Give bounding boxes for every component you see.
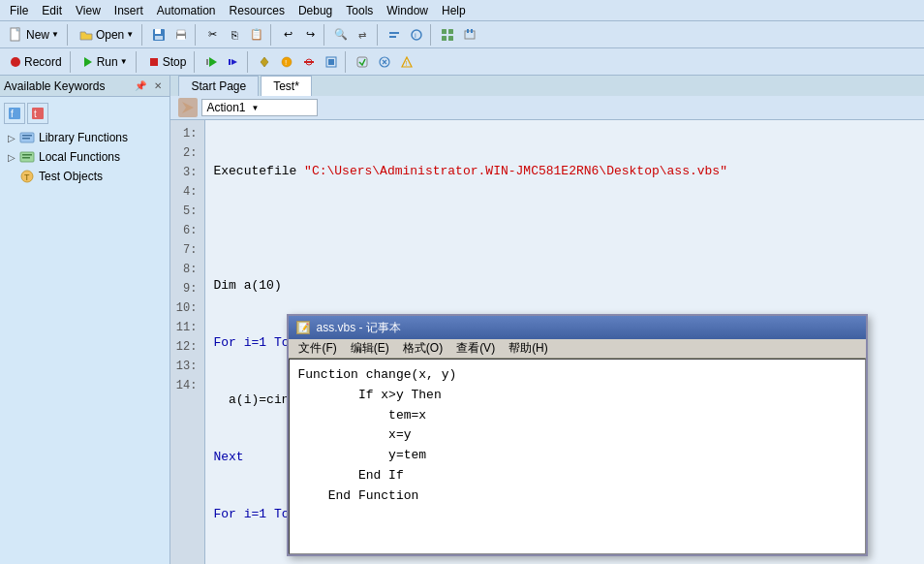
print-button[interactable] [170, 24, 192, 46]
main-area: Available Keywords 📌 ✕ f t ▷ [0, 76, 924, 564]
svg-rect-13 [442, 29, 447, 34]
notepad-line-5: y=tem [297, 448, 426, 462]
menu-resources[interactable]: Resources [224, 2, 291, 19]
menu-debug[interactable]: Debug [293, 2, 338, 19]
svg-rect-43 [22, 138, 30, 140]
svg-rect-3 [155, 29, 161, 34]
svg-text:i: i [415, 31, 416, 40]
line-num-14: 14: [174, 376, 200, 395]
notepad-menu-file[interactable]: 文件(F) [293, 339, 342, 358]
tree-item-local-functions[interactable]: ▷ Local Functions [4, 147, 166, 167]
tab-test[interactable]: Test* [261, 76, 312, 96]
misc-btn6[interactable] [374, 51, 395, 73]
action-dropdown-label: Action1 [206, 101, 245, 114]
tree-icon-btn1[interactable]: f [4, 103, 25, 124]
find-button[interactable]: 🔍 [330, 24, 352, 46]
line-num-7: 7: [174, 240, 200, 260]
action-icon [178, 98, 198, 117]
notepad-window: 📝 ass.vbs - 记事本 文件(F) 编辑(E) 格式(O) 查看(V) … [287, 314, 868, 556]
tree-icon-btn2[interactable]: t [27, 103, 48, 124]
menu-insert[interactable]: Insert [108, 2, 149, 19]
test-objects-icon: T [19, 169, 35, 184]
notepad-menu-help[interactable]: 帮助(H) [503, 339, 554, 358]
menubar: File Edit View Insert Automation Resourc… [0, 0, 924, 21]
line-num-5: 5: [174, 202, 200, 221]
svg-rect-18 [467, 29, 469, 33]
record-button[interactable]: Record [4, 51, 67, 73]
misc-group1: i [384, 24, 427, 46]
svg-rect-46 [22, 157, 30, 159]
sep2 [141, 24, 145, 46]
toolbar1: New ▼ Open ▼ ✂ ⎘ 📋 ↩ ↪ 🔍 ⇄ [0, 21, 924, 48]
menu-file[interactable]: File [4, 2, 34, 19]
misc-btn4[interactable] [459, 24, 480, 46]
line-num-1: 1: [174, 124, 200, 143]
svg-rect-4 [155, 36, 163, 40]
svg-text:f: f [11, 109, 14, 119]
undo-button[interactable]: ↩ [277, 24, 298, 46]
svg-rect-16 [448, 36, 453, 41]
tree-item-library-functions[interactable]: ▷ Library Functions [4, 128, 166, 147]
new-dropdown-arrow[interactable]: ▼ [51, 30, 59, 39]
left-panel: Available Keywords 📌 ✕ f t ▷ [0, 76, 170, 564]
svg-text:t: t [34, 109, 37, 119]
undo-group: ↩ ↪ [277, 24, 321, 46]
debug-btn1[interactable] [254, 51, 275, 73]
svg-text:!: ! [285, 58, 287, 67]
misc-btn1[interactable] [384, 24, 405, 46]
notepad-title-icon: 📝 [296, 321, 310, 334]
pin-icon[interactable]: 📌 [133, 78, 148, 94]
tree-item-test-objects[interactable]: ▷ T Test Objects [4, 167, 166, 186]
open-dropdown-arrow[interactable]: ▼ [126, 30, 134, 39]
svg-rect-7 [177, 36, 185, 40]
debug-btn3[interactable] [298, 51, 320, 73]
menu-tools[interactable]: Tools [340, 2, 379, 19]
debug-btn2[interactable]: ! [276, 51, 297, 73]
notepad-menu-edit[interactable]: 编辑(E) [345, 339, 395, 358]
misc-btn7[interactable]: ! [396, 51, 417, 73]
svg-rect-15 [442, 36, 447, 41]
replace-button[interactable]: ⇄ [353, 24, 374, 46]
paste-button[interactable]: 📋 [246, 24, 267, 46]
menu-help[interactable]: Help [436, 2, 472, 19]
code-line-1: Executefile "C:\Users\Administrator.WIN-… [213, 162, 916, 181]
new-button[interactable]: New ▼ [4, 24, 64, 46]
redo-button[interactable]: ↪ [299, 24, 321, 46]
cut-button[interactable]: ✂ [201, 24, 223, 46]
sep10 [194, 51, 198, 73]
test-objects-label: Test Objects [39, 170, 103, 183]
tab-start-page[interactable]: Start Page [178, 76, 259, 96]
svg-rect-23 [206, 59, 208, 65]
tree-area: f t ▷ Library Functions ▷ [0, 97, 169, 564]
notepad-menu-format[interactable]: 格式(O) [397, 339, 448, 358]
expand-icon-local: ▷ [8, 152, 15, 163]
code-line-2 [213, 219, 916, 238]
sep5 [323, 24, 327, 46]
run-misc2[interactable] [223, 51, 244, 73]
run-misc1[interactable] [200, 51, 222, 73]
action-dropdown[interactable]: Action1 ▼ [201, 99, 318, 116]
run-label: Run [97, 55, 118, 69]
run-dropdown-arrow[interactable]: ▼ [120, 57, 128, 66]
stop-button[interactable]: Stop [142, 51, 192, 73]
menu-window[interactable]: Window [381, 2, 434, 19]
misc-btn3[interactable] [437, 24, 458, 46]
library-icon [19, 130, 35, 145]
svg-rect-45 [22, 154, 32, 156]
menu-automation[interactable]: Automation [151, 2, 222, 19]
notepad-content[interactable]: Function change(x, y) If x>y Then tem=x … [289, 359, 866, 554]
run-button[interactable]: Run ▼ [77, 51, 133, 73]
line-num-6: 6: [174, 221, 200, 240]
menu-view[interactable]: View [70, 2, 107, 19]
save-button[interactable] [148, 24, 169, 46]
debug-btn4[interactable] [321, 51, 342, 73]
svg-rect-33 [328, 59, 334, 65]
notepad-menu-view[interactable]: 查看(V) [450, 339, 501, 358]
misc-btn5[interactable] [352, 51, 373, 73]
menu-edit[interactable]: Edit [36, 2, 68, 19]
right-panel: Start Page Test* Action1 ▼ 1: [170, 76, 924, 564]
misc-btn2[interactable]: i [406, 24, 427, 46]
open-button[interactable]: Open ▼ [74, 24, 139, 46]
copy-button[interactable]: ⎘ [224, 24, 245, 46]
close-panel-icon[interactable]: ✕ [150, 78, 166, 94]
